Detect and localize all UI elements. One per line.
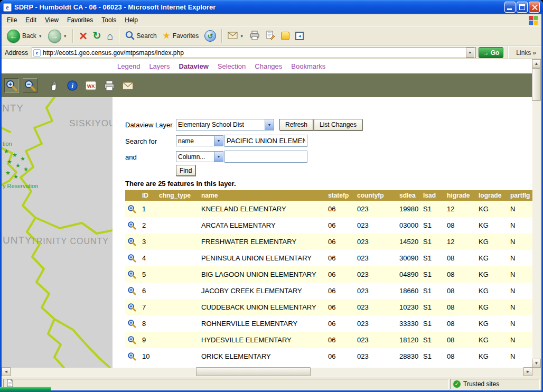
messenger-button[interactable]	[279, 31, 292, 41]
search-button[interactable]: Search	[123, 30, 159, 43]
menu-items: FileEditViewFavoritesToolsHelp	[3, 15, 142, 25]
menu-view[interactable]: View	[41, 15, 63, 25]
address-label: Address	[4, 49, 29, 57]
edit-icon	[266, 31, 275, 42]
scroll-right-button[interactable]: ►	[523, 367, 532, 376]
table-cell: 12	[445, 201, 476, 217]
menu-tools[interactable]: Tools	[97, 15, 120, 25]
table-cell: 12	[445, 234, 476, 250]
zoom-to-feature-icon[interactable]	[127, 303, 137, 312]
zoom-out-icon	[24, 79, 36, 92]
dataview-layer-value: Elementary School Dist	[176, 121, 265, 128]
forward-arrow-icon: →	[48, 30, 61, 43]
favorites-button[interactable]: ★ Favorites	[161, 31, 201, 41]
nav-layers[interactable]: Layers	[149, 62, 170, 70]
zoom-to-feature-icon[interactable]	[127, 286, 137, 296]
find-button[interactable]: Find	[176, 165, 195, 176]
table-row: 3FRESHWATER ELEMENTARY0602314520S112KGN	[125, 234, 532, 250]
zoom-to-feature-icon[interactable]	[127, 204, 137, 214]
table-cell: 9	[140, 332, 157, 348]
edit-button[interactable]	[264, 30, 277, 43]
table-cell: 023	[355, 283, 397, 299]
and-text-input[interactable]	[224, 151, 307, 163]
zoom-out-tool[interactable]	[23, 78, 38, 93]
forward-button[interactable]: → ▼	[46, 29, 69, 44]
list-changes-button[interactable]: List Changes	[314, 119, 362, 130]
minimize-button[interactable]	[504, 2, 516, 13]
address-dropdown-button[interactable]: ▼	[466, 48, 474, 58]
nav-bookmarks[interactable]: Bookmarks	[291, 62, 325, 70]
stop-button[interactable]	[77, 31, 89, 41]
column-header-sdlea: sdlea	[397, 190, 421, 201]
nav-selection[interactable]: Selection	[218, 62, 246, 70]
menu-file[interactable]: File	[3, 15, 21, 25]
table-cell: 08	[445, 250, 476, 266]
nav-legend[interactable]: Legend	[117, 62, 140, 70]
table-cell: N	[508, 332, 532, 348]
discuss-button[interactable]: ◄	[293, 31, 306, 41]
table-cell: 03000	[397, 217, 421, 234]
refresh-page-button[interactable]: ↻	[91, 31, 104, 41]
map-viewport[interactable]: ★★★ ★★★ ★★ NTYSISKIYOUtiony ReservationU…	[2, 97, 113, 368]
menu-favorites[interactable]: Favorites	[63, 15, 97, 25]
table-cell: 06	[326, 266, 355, 283]
nav-changes[interactable]: Changes	[255, 62, 282, 70]
table-cell: 19980	[397, 201, 421, 217]
menu-bar: FileEditViewFavoritesToolsHelp	[2, 14, 541, 26]
table-cell: N	[508, 283, 532, 299]
refresh-icon: ↻	[93, 32, 101, 40]
back-arrow-icon: ←	[7, 30, 20, 43]
zoom-to-feature-icon[interactable]	[127, 352, 137, 361]
table-cell: KG	[476, 217, 508, 234]
wx-tool[interactable]: WX	[83, 78, 98, 93]
identify-tool[interactable]: i	[65, 78, 80, 93]
zoom-to-feature-icon[interactable]	[127, 270, 137, 279]
scroll-up-button[interactable]: ▲	[532, 59, 541, 68]
zoom-to-feature-icon[interactable]	[127, 254, 137, 263]
search-text-input[interactable]	[224, 135, 307, 147]
table-cell: 18120	[397, 332, 421, 348]
mail-button[interactable]: ▼	[226, 30, 246, 42]
scroll-left-button[interactable]: ◄	[2, 367, 11, 376]
menu-help[interactable]: Help	[120, 15, 142, 25]
zoom-to-feature-icon[interactable]	[127, 221, 137, 230]
mail-tool[interactable]	[120, 78, 135, 93]
print-tool[interactable]	[102, 78, 117, 93]
vertical-scroll-thumb[interactable]	[532, 68, 541, 101]
zoom-to-feature-icon[interactable]	[127, 335, 137, 345]
pan-tool[interactable]	[46, 78, 61, 93]
table-cell: N	[508, 315, 532, 332]
back-button[interactable]: ← Back ▼	[5, 29, 44, 44]
table-cell: JACOBY CREEK ELEMENTARY	[199, 283, 326, 299]
table-cell: 023	[355, 332, 397, 348]
dataview-layer-select[interactable]: Elementary School Dist ▼	[176, 119, 274, 130]
links-button[interactable]: Links »	[513, 49, 539, 57]
go-button[interactable]: → Go	[479, 47, 504, 58]
main-area: ★★★ ★★★ ★★ NTYSISKIYOUtiony ReservationU…	[2, 97, 532, 368]
print-button[interactable]	[247, 30, 262, 43]
refresh-button[interactable]: Refresh	[279, 119, 313, 130]
scroll-down-button[interactable]: ▼	[532, 359, 541, 368]
go-arrow-icon: →	[483, 49, 489, 57]
close-button[interactable]	[529, 2, 540, 13]
nav-dataview[interactable]: Dataview	[179, 62, 208, 70]
table-cell: N	[508, 299, 532, 315]
table-cell: 08	[445, 332, 476, 348]
maximize-button[interactable]	[517, 2, 528, 13]
table-cell	[157, 315, 199, 332]
and-field-select[interactable]: Column... ▼	[176, 151, 223, 162]
horizontal-scrollbar[interactable]: ◄ ►	[2, 368, 532, 377]
menu-edit[interactable]: Edit	[21, 15, 41, 25]
address-input[interactable]: e http://ecots1.geo.census.gov/mtpsmaps/…	[32, 47, 476, 58]
table-cell: 023	[355, 299, 397, 315]
zoom-to-feature-icon[interactable]	[127, 319, 137, 329]
vertical-scrollbar[interactable]: ▲ ▼	[532, 59, 541, 368]
toolbar-separator	[508, 46, 509, 60]
zoom-in-tool[interactable]	[4, 78, 19, 93]
search-field-select[interactable]: name ▼	[176, 135, 223, 146]
horizontal-scroll-thumb[interactable]	[196, 367, 311, 376]
home-button[interactable]: ⌂	[105, 31, 115, 41]
history-button[interactable]: ↺	[202, 29, 218, 43]
table-cell	[157, 234, 199, 250]
zoom-to-feature-icon[interactable]	[127, 237, 137, 247]
